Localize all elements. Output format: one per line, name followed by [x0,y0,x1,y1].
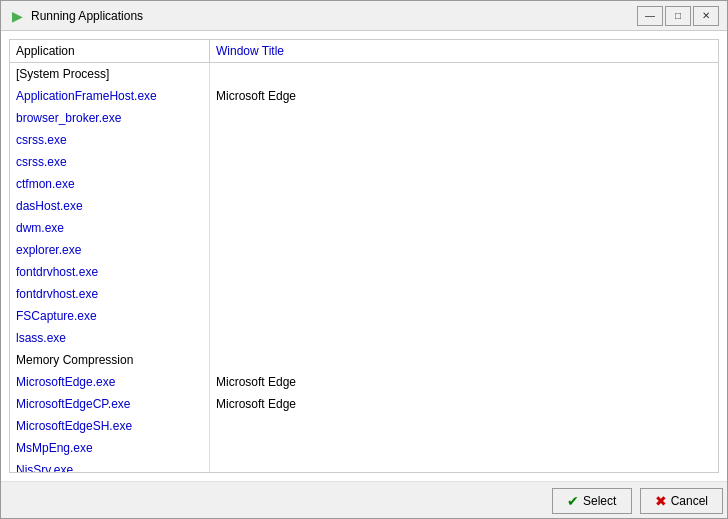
col-header-window-title: Window Title [210,40,718,62]
window-title-cell [210,261,718,283]
app-name-cell: csrss.exe [10,151,210,173]
window-title-cell [210,437,718,459]
checkmark-icon: ✔ [567,493,579,509]
app-name-cell: lsass.exe [10,327,210,349]
title-bar: ▶ Running Applications — □ ✕ [1,1,727,31]
application-table: Application Window Title [System Process… [9,39,719,473]
window-title-cell [210,305,718,327]
table-row[interactable]: MsMpEng.exe [10,437,718,459]
table-row[interactable]: csrss.exe [10,151,718,173]
minimize-button[interactable]: — [637,6,663,26]
app-name-cell: fontdrvhost.exe [10,261,210,283]
table-row[interactable]: [System Process] [10,63,718,85]
table-row[interactable]: Memory Compression [10,349,718,371]
table-row[interactable]: dwm.exe [10,217,718,239]
app-name-cell: MsMpEng.exe [10,437,210,459]
maximize-button[interactable]: □ [665,6,691,26]
table-row[interactable]: browser_broker.exe [10,107,718,129]
app-name-cell: fontdrvhost.exe [10,283,210,305]
window-title-cell [210,107,718,129]
window-title-cell [210,415,718,437]
window-title-cell [210,239,718,261]
window-title-cell [210,195,718,217]
table-row[interactable]: dasHost.exe [10,195,718,217]
window-title-cell [210,63,718,85]
app-name-cell: MicrosoftEdgeSH.exe [10,415,210,437]
window-title-cell [210,129,718,151]
window-title-cell [210,283,718,305]
window-title-cell [210,327,718,349]
app-name-cell: MicrosoftEdge.exe [10,371,210,393]
table-body[interactable]: [System Process]ApplicationFrameHost.exe… [10,63,718,472]
col-header-application: Application [10,40,210,62]
app-name-cell: ApplicationFrameHost.exe [10,85,210,107]
main-window: ▶ Running Applications — □ ✕ Application… [0,0,728,519]
table-header: Application Window Title [10,40,718,63]
table-row[interactable]: ctfmon.exe [10,173,718,195]
table-row[interactable]: MicrosoftEdge.exeMicrosoft Edge [10,371,718,393]
app-name-cell: MicrosoftEdgeCP.exe [10,393,210,415]
cancel-icon: ✖ [655,493,667,509]
app-name-cell: browser_broker.exe [10,107,210,129]
window-title-cell: Microsoft Edge [210,371,718,393]
app-name-cell: [System Process] [10,63,210,85]
table-row[interactable]: MicrosoftEdgeCP.exeMicrosoft Edge [10,393,718,415]
table-row[interactable]: csrss.exe [10,129,718,151]
app-name-cell: csrss.exe [10,129,210,151]
window-title: Running Applications [31,9,637,23]
table-row[interactable]: FSCapture.exe [10,305,718,327]
table-row[interactable]: ApplicationFrameHost.exeMicrosoft Edge [10,85,718,107]
app-name-cell: explorer.exe [10,239,210,261]
cancel-button[interactable]: ✖ Cancel [640,488,723,514]
table-row[interactable]: MicrosoftEdgeSH.exe [10,415,718,437]
table-row[interactable]: explorer.exe [10,239,718,261]
footer: ✔ Select ✖ Cancel [1,481,727,518]
app-name-cell: NisSrv.exe [10,459,210,472]
select-button[interactable]: ✔ Select [552,488,632,514]
window-title-cell [210,217,718,239]
app-name-cell: ctfmon.exe [10,173,210,195]
table-row[interactable]: fontdrvhost.exe [10,261,718,283]
select-label: Select [583,494,616,508]
window-title-cell [210,173,718,195]
table-row[interactable]: NisSrv.exe [10,459,718,472]
table-row[interactable]: fontdrvhost.exe [10,283,718,305]
close-button[interactable]: ✕ [693,6,719,26]
app-name-cell: Memory Compression [10,349,210,371]
window-title-cell [210,349,718,371]
window-title-cell: Microsoft Edge [210,85,718,107]
window-icon: ▶ [9,8,25,24]
window-title-cell: Microsoft Edge [210,393,718,415]
window-title-cell [210,459,718,472]
window-title-cell [210,151,718,173]
title-bar-controls: — □ ✕ [637,6,719,26]
cancel-label: Cancel [671,494,708,508]
app-name-cell: FSCapture.exe [10,305,210,327]
app-name-cell: dasHost.exe [10,195,210,217]
table-row[interactable]: lsass.exe [10,327,718,349]
app-name-cell: dwm.exe [10,217,210,239]
content-area: Application Window Title [System Process… [1,31,727,481]
